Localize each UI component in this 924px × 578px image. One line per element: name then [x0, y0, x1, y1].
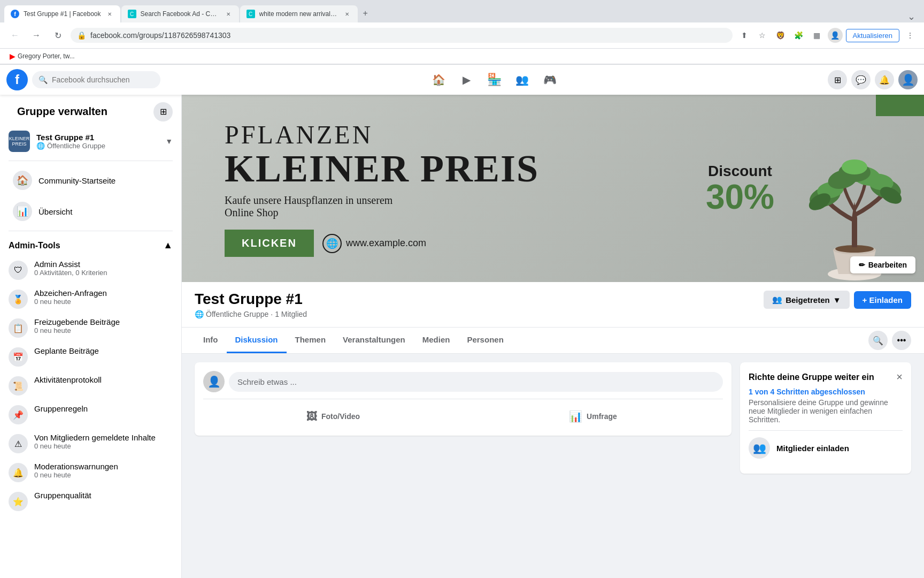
top-right-green	[876, 95, 924, 116]
setup-progress: 1 von 4 Schritten abgeschlossen	[749, 387, 903, 396]
tab-close-1[interactable]: ✕	[105, 10, 114, 18]
youtube-icon: ▶	[10, 52, 16, 60]
search-box[interactable]: 🔍	[32, 71, 160, 88]
search-tab-icon[interactable]: 🔍	[868, 331, 888, 350]
star-icon[interactable]: ☆	[755, 28, 770, 43]
sidebar-item-quality[interactable]: ⭐ Gruppenqualität	[0, 486, 181, 515]
share-icon[interactable]: ⬆	[737, 28, 752, 43]
more-tab-icon[interactable]: •••	[892, 331, 911, 350]
brave-icon[interactable]: 🦁	[773, 28, 788, 43]
svg-point-12	[842, 159, 867, 174]
sidebar-item-admin-assist[interactable]: 🛡 Admin Assist 0 Aktivitäten, 0 Kriterie…	[0, 255, 181, 284]
tab-themes[interactable]: Themen	[287, 328, 335, 353]
moderation-icon: 🔔	[9, 463, 28, 482]
address-text: facebook.com/groups/1187626598741303	[90, 31, 230, 40]
tab-favicon-1: f	[11, 10, 19, 18]
tab-actions: 🔍 •••	[868, 331, 911, 350]
tab-info[interactable]: Info	[195, 328, 227, 353]
profile-icon[interactable]: 👤	[828, 28, 843, 43]
sidebar-item-moderation[interactable]: 🔔 Moderationswarnungen 0 neu heute	[0, 458, 181, 486]
edit-banner-button[interactable]: ✏ Bearbeiten	[850, 256, 915, 273]
back-button[interactable]: ←	[6, 27, 24, 44]
lock-icon: 🔒	[77, 31, 86, 40]
banner-url-text: www.example.com	[346, 238, 426, 249]
sidebar-toggle-button[interactable]: ⊞	[153, 102, 173, 121]
browser-nav: ← → ↻ 🔒 facebook.com/groups/118762659874…	[0, 22, 924, 49]
scheduled-info: Geplante Beiträge	[34, 346, 99, 355]
menu-dots-icon[interactable]: ⋮	[903, 28, 918, 43]
post-poll-button[interactable]: 📊 Umfrage	[463, 406, 723, 427]
bookmarks-bar: ▶ Gregory Porter, tw...	[0, 49, 924, 64]
banner-pflanzen: PFLANZEN	[225, 120, 881, 149]
group-feed: 👤 Schreib etwas ... 🖼 Foto/Video 📊 Umfra…	[195, 362, 732, 474]
sidebar-item-badges[interactable]: 🏅 Abzeichen-Anfragen 0 neu heute	[0, 284, 181, 313]
tab-media[interactable]: Medien	[414, 328, 459, 353]
collapse-admin-icon[interactable]: ▲	[163, 240, 173, 251]
sidebar-item-pending[interactable]: 📋 Freizugebende Beiträge 0 neu heute	[0, 313, 181, 342]
tab-events[interactable]: Veranstaltungen	[334, 328, 414, 353]
fb-content: PFLANZEN KLEINER PREIS Kaufe unsere Haus…	[182, 95, 924, 578]
sidebar-item-reported[interactable]: ⚠ Von Mitgliedern gemeldete Inhalte 0 ne…	[0, 429, 181, 458]
badges-icon: 🏅	[9, 290, 28, 309]
forward-button[interactable]: →	[28, 27, 45, 44]
gaming-nav-icon[interactable]: 🎮	[537, 67, 563, 93]
divider-1	[9, 161, 173, 161]
setup-item-invite[interactable]: 👥 Mitglieder einladen	[749, 430, 903, 465]
post-photo-video-button[interactable]: 🖼 Foto/Video	[203, 406, 463, 427]
sidebar-item-community[interactable]: 🏠 Community-Startseite	[4, 165, 177, 195]
reload-button[interactable]: ↻	[49, 27, 66, 44]
admin-tools-title: Admin-Tools	[9, 241, 60, 250]
moderation-sub: 0 neu heute	[34, 471, 118, 479]
group-avatar: KLEINERPREIS	[9, 131, 30, 152]
klicken-button[interactable]: KLICKEN	[225, 230, 314, 257]
home-icon: 🏠	[13, 171, 32, 190]
group-selector[interactable]: KLEINERPREIS Test Gruppe #1 🌐 Öffentlich…	[0, 126, 181, 156]
post-input[interactable]: Schreib etwas ...	[229, 372, 723, 392]
tab-discussion[interactable]: Diskussion	[227, 328, 287, 353]
invite-label: + Einladen	[863, 295, 903, 305]
banner-kleiner-preis: KLEINER PREIS	[225, 149, 881, 188]
address-bar[interactable]: 🔒 facebook.com/groups/1187626598741303	[71, 28, 733, 43]
setup-card-header: Richte deine Gruppe weiter ein ×	[749, 371, 903, 383]
tab-people[interactable]: Personen	[458, 328, 512, 353]
joined-icon: 👥	[772, 295, 782, 305]
messenger-icon[interactable]: 💬	[851, 70, 871, 89]
sidebar-item-activity-log[interactable]: 📜 Aktivitätenprotokoll	[0, 371, 181, 400]
home-nav-icon[interactable]: 🏠	[426, 67, 451, 93]
new-tab-button[interactable]: +	[359, 4, 372, 22]
apps-icon[interactable]: ⊞	[828, 70, 847, 89]
tab-close-2[interactable]: ✕	[224, 10, 233, 18]
sidebar-toggle-icon[interactable]: ▦	[810, 28, 825, 43]
sidebar-header: Gruppe verwalten ⊞	[0, 101, 181, 126]
tab-close-3[interactable]: ✕	[343, 10, 351, 18]
user-avatar[interactable]: 👤	[898, 70, 918, 89]
moderation-label: Moderationswarnungen	[34, 462, 118, 471]
invite-button[interactable]: + Einladen	[854, 291, 911, 309]
marketplace-nav-icon[interactable]: 🏪	[481, 67, 507, 93]
notifications-icon[interactable]: 🔔	[875, 70, 894, 89]
search-input[interactable]	[52, 75, 154, 84]
tab-favicon-3: C	[247, 10, 255, 18]
tab-1[interactable]: f Test Gruppe #1 | Facebook ✕	[4, 5, 120, 22]
extensions-icon[interactable]: 🧩	[791, 28, 806, 43]
groups-nav-icon[interactable]: 👥	[509, 67, 535, 93]
globe-meta-icon: 🌐	[195, 310, 204, 318]
sidebar-item-scheduled[interactable]: 📅 Geplante Beiträge	[0, 342, 181, 371]
fb-main: Gruppe verwalten ⊞ KLEINERPREIS Test Gru…	[0, 95, 924, 578]
collapse-icon[interactable]: ⌄	[907, 11, 915, 22]
video-nav-icon[interactable]: ▶	[453, 67, 479, 93]
bookmark-youtube-icon[interactable]: ▶ Gregory Porter, tw...	[6, 51, 78, 62]
setup-close-button[interactable]: ×	[896, 371, 903, 383]
scheduled-icon: 📅	[9, 347, 28, 367]
tab-3[interactable]: C white modern new arrival watc... ✕	[240, 5, 358, 22]
joined-button[interactable]: 👥 Beigetreten ▼	[764, 291, 849, 309]
tab-2[interactable]: C Search Facebook Ad - Canva ✕	[121, 5, 239, 22]
tab-title-2: Search Facebook Ad - Canva	[141, 10, 220, 18]
group-title-block: Test Gruppe #1 🌐 Öffentliche Gruppe · 1 …	[195, 291, 307, 318]
sidebar-item-rules[interactable]: 📌 Gruppenregeln	[0, 400, 181, 429]
aktualisieren-button[interactable]: Aktualisieren	[846, 29, 899, 42]
sidebar-item-overview[interactable]: 📊 Übersicht	[4, 196, 177, 226]
post-box: 👤 Schreib etwas ... 🖼 Foto/Video 📊 Umfra…	[195, 362, 732, 436]
pending-icon: 📋	[9, 318, 28, 338]
banner-url: 🌐 www.example.com	[322, 234, 426, 253]
